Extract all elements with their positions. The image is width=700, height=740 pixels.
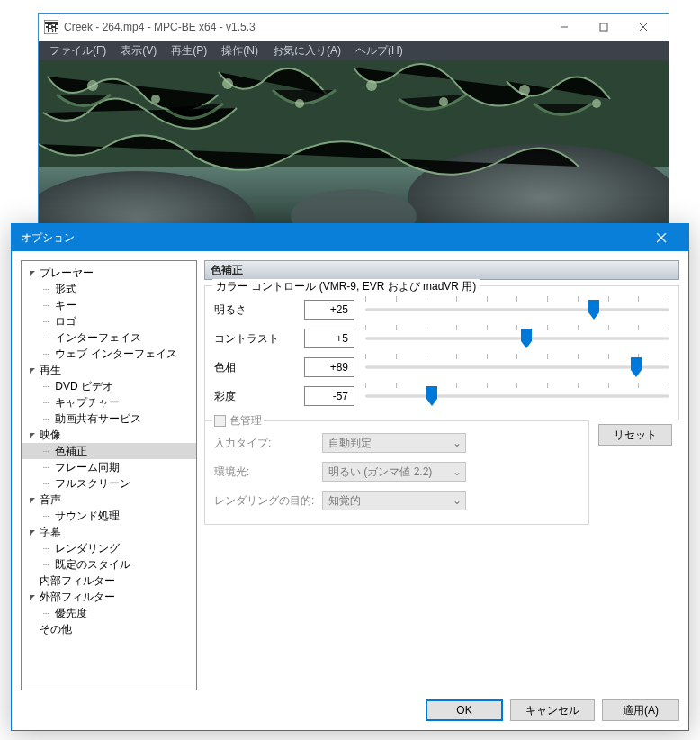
apply-button[interactable]: 適用(A) bbox=[602, 699, 679, 721]
tree-player-key[interactable]: ┈ キー bbox=[22, 297, 196, 313]
color-management-checkbox[interactable] bbox=[214, 415, 226, 427]
ambient-combo[interactable]: 明るい (ガンマ値 2.2)⌄ bbox=[322, 462, 466, 482]
tree-panel[interactable]: プレーヤー ┈ 形式 ┈ キー ┈ ロゴ ┈ インターフェイス ┈ ウェブ イン… bbox=[21, 260, 197, 690]
render-intent-combo[interactable]: 知覚的⌄ bbox=[322, 491, 466, 510]
svg-text:BE: BE bbox=[47, 23, 58, 34]
svg-point-14 bbox=[87, 80, 98, 91]
tree-subtitle[interactable]: 字幕 bbox=[22, 524, 196, 540]
minimize-button[interactable] bbox=[544, 14, 584, 40]
menu-favorites[interactable]: お気に入り(A) bbox=[265, 41, 348, 60]
video-area[interactable] bbox=[39, 60, 669, 246]
tree-video-color[interactable]: ┈ 色補正 bbox=[22, 443, 196, 459]
slider-thumb-icon[interactable] bbox=[588, 300, 599, 320]
tree-internal-filter[interactable]: 内部フィルター bbox=[22, 573, 196, 589]
tree-playback-share[interactable]: ┈ 動画共有サービス bbox=[22, 411, 196, 427]
section-header: 色補正 bbox=[204, 260, 679, 280]
tree-audio[interactable]: 音声 bbox=[22, 492, 196, 508]
hue-label: 色相 bbox=[214, 360, 304, 375]
cancel-button[interactable]: キャンセル bbox=[510, 699, 595, 721]
svg-point-21 bbox=[592, 99, 601, 108]
menu-bar: ファイル(F) 表示(V) 再生(P) 操作(N) お気に入り(A) ヘルプ(H… bbox=[39, 41, 669, 60]
ok-button[interactable]: OK bbox=[426, 699, 503, 721]
main-title-bar: BE Creek - 264.mp4 - MPC-BE x64 - v1.5.3 bbox=[39, 14, 669, 41]
saturation-value[interactable]: -57 bbox=[304, 386, 354, 406]
tree-external-filter-priority[interactable]: ┈ 優先度 bbox=[22, 605, 196, 621]
dialog-button-bar: OK キャンセル 適用(A) bbox=[12, 690, 688, 730]
brightness-label: 明るさ bbox=[214, 302, 304, 318]
dialog-title-bar: オプション bbox=[12, 224, 688, 251]
color-control-group: カラー コントロール (VMR-9, EVR および madVR 用) 明るさ … bbox=[204, 285, 679, 420]
tree-player-web-interface[interactable]: ┈ ウェブ インターフェイス bbox=[22, 346, 196, 362]
close-button[interactable] bbox=[624, 14, 663, 40]
render-intent-label: レンダリングの目的: bbox=[214, 493, 322, 509]
menu-play[interactable]: 再生(P) bbox=[164, 41, 214, 60]
right-panel: 色補正 カラー コントロール (VMR-9, EVR および madVR 用) … bbox=[204, 260, 679, 690]
tree-subtitle-default-style[interactable]: ┈ 既定のスタイル bbox=[22, 556, 196, 573]
slider-thumb-icon[interactable] bbox=[426, 386, 437, 406]
hue-row: 色相 +89 bbox=[214, 353, 669, 382]
tree-audio-sound[interactable]: ┈ サウンド処理 bbox=[22, 508, 196, 524]
color-control-legend: カラー コントロール (VMR-9, EVR および madVR 用) bbox=[212, 279, 480, 294]
contrast-slider[interactable] bbox=[365, 328, 669, 349]
svg-point-15 bbox=[151, 95, 160, 104]
saturation-label: 彩度 bbox=[214, 389, 304, 404]
slider-thumb-icon[interactable] bbox=[521, 329, 532, 348]
color-management-group: 色管理 入力タイプ: 自動判定⌄ 環境光: 明るい (ガンマ値 2.2)⌄ レン… bbox=[204, 420, 589, 525]
tree-video[interactable]: 映像 bbox=[22, 427, 196, 443]
contrast-row: コントラスト +5 bbox=[214, 324, 669, 353]
dialog-close-button[interactable] bbox=[643, 225, 679, 250]
slider-thumb-icon[interactable] bbox=[631, 357, 642, 377]
tree-subtitle-rendering[interactable]: ┈ レンダリング bbox=[22, 540, 196, 556]
dialog-title: オプション bbox=[21, 230, 643, 246]
input-type-combo[interactable]: 自動判定⌄ bbox=[322, 433, 466, 453]
tree-player[interactable]: プレーヤー bbox=[22, 265, 196, 281]
hue-slider[interactable] bbox=[365, 356, 669, 378]
menu-file[interactable]: ファイル(F) bbox=[42, 41, 113, 60]
tree-video-fullscreen[interactable]: ┈ フルスクリーン bbox=[22, 475, 196, 492]
chevron-down-icon: ⌄ bbox=[453, 437, 462, 449]
chevron-down-icon: ⌄ bbox=[453, 465, 462, 478]
input-type-label: 入力タイプ: bbox=[214, 436, 322, 451]
chevron-down-icon[interactable] bbox=[27, 365, 38, 375]
ambient-label: 環境光: bbox=[214, 465, 322, 480]
contrast-label: コントラスト bbox=[214, 331, 304, 347]
tree-playback-capture[interactable]: ┈ キャプチャー bbox=[22, 394, 196, 411]
tree-video-framesync[interactable]: ┈ フレーム同期 bbox=[22, 459, 196, 475]
tree-player-interface[interactable]: ┈ インターフェイス bbox=[22, 329, 196, 346]
app-icon: BE bbox=[44, 20, 58, 34]
tree-label: プレーヤー bbox=[40, 266, 94, 281]
menu-view[interactable]: 表示(V) bbox=[113, 41, 164, 60]
chevron-down-icon: ⌄ bbox=[453, 494, 462, 507]
tree-playback[interactable]: 再生 bbox=[22, 362, 196, 378]
main-app-window: BE Creek - 264.mp4 - MPC-BE x64 - v1.5.3… bbox=[38, 13, 669, 247]
maximize-button[interactable] bbox=[584, 14, 624, 40]
tree-player-logo[interactable]: ┈ ロゴ bbox=[22, 313, 196, 329]
svg-point-18 bbox=[366, 80, 377, 91]
chevron-down-icon[interactable] bbox=[27, 267, 38, 278]
svg-point-20 bbox=[519, 85, 530, 95]
chevron-down-icon[interactable] bbox=[27, 591, 38, 602]
tree-player-format[interactable]: ┈ 形式 bbox=[22, 281, 196, 297]
brightness-slider[interactable] bbox=[365, 299, 669, 320]
svg-point-19 bbox=[439, 97, 448, 106]
brightness-row: 明るさ +25 bbox=[214, 295, 669, 324]
contrast-value[interactable]: +5 bbox=[304, 329, 354, 348]
svg-point-16 bbox=[222, 78, 233, 89]
color-management-legend: 色管理 bbox=[212, 413, 264, 429]
tree-other[interactable]: その他 bbox=[22, 621, 196, 637]
svg-rect-6 bbox=[600, 23, 607, 31]
hue-value[interactable]: +89 bbox=[304, 357, 354, 377]
saturation-row: 彩度 -57 bbox=[214, 382, 669, 411]
tree-external-filter[interactable]: 外部フィルター bbox=[22, 589, 196, 605]
tree-playback-dvd[interactable]: ┈ DVD ビデオ bbox=[22, 378, 196, 394]
saturation-slider[interactable] bbox=[365, 385, 669, 407]
chevron-down-icon[interactable] bbox=[27, 429, 38, 440]
svg-point-17 bbox=[295, 99, 304, 108]
brightness-value[interactable]: +25 bbox=[304, 300, 354, 320]
menu-operate[interactable]: 操作(N) bbox=[214, 41, 265, 60]
chevron-down-icon[interactable] bbox=[27, 527, 38, 537]
options-dialog: オプション プレーヤー ┈ 形式 ┈ キー ┈ ロゴ ┈ インターフェイス ┈ … bbox=[11, 223, 689, 731]
chevron-down-icon[interactable] bbox=[27, 494, 38, 505]
menu-help[interactable]: ヘルプ(H) bbox=[348, 41, 410, 60]
reset-button[interactable]: リセット bbox=[598, 424, 672, 446]
